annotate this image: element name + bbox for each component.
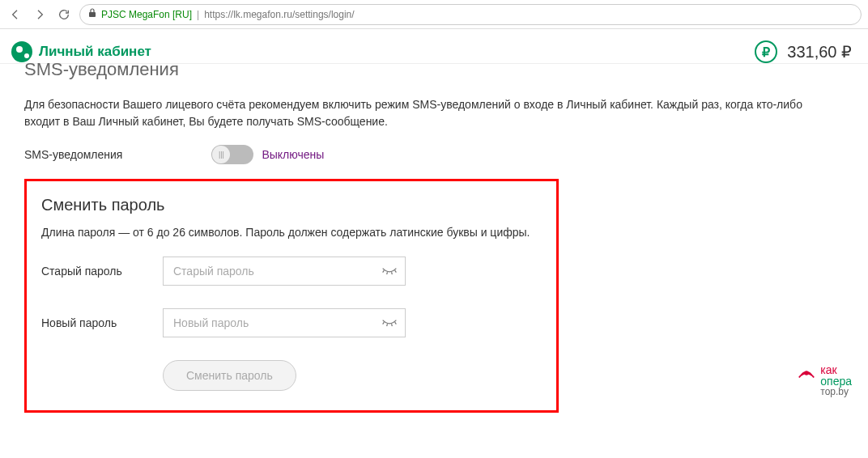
svg-line-3: [392, 272, 393, 274]
address-bar[interactable]: PJSC MegaFon [RU] | https://lk.megafon.r…: [79, 4, 862, 25]
svg-line-4: [395, 270, 397, 273]
svg-line-8: [395, 322, 397, 324]
main-content: SMS-уведомления Для безопасности Вашего …: [0, 63, 868, 429]
svg-line-5: [383, 322, 385, 324]
watermark-line1: как: [820, 364, 852, 375]
svg-rect-0: [89, 12, 96, 17]
old-password-label: Старый пароль: [41, 265, 163, 278]
browser-toolbar: PJSC MegaFon [RU] | https://lk.megafon.r…: [0, 0, 868, 29]
brand-title: Личный кабинет: [39, 44, 151, 60]
back-button[interactable]: [6, 6, 24, 23]
sms-description: Для безопасности Вашего лицевого счёта р…: [24, 96, 826, 130]
watermark-line3: тор.by: [820, 387, 852, 397]
forward-button[interactable]: [31, 6, 49, 23]
change-password-button[interactable]: Сменить пароль: [163, 360, 296, 391]
sms-toggle-row: SMS-уведомления ||| Выключены: [24, 145, 844, 164]
sms-toggle[interactable]: |||: [211, 145, 253, 164]
watermark-icon: [798, 364, 815, 384]
sms-toggle-status: Выключены: [262, 148, 324, 161]
change-password-section: Сменить пароль Длина пароля — от 6 до 26…: [24, 179, 559, 413]
toggle-visibility-icon[interactable]: [381, 265, 398, 278]
new-password-row: Новый пароль: [41, 308, 542, 337]
new-password-input[interactable]: [163, 308, 406, 337]
old-password-input[interactable]: [163, 257, 406, 286]
toggle-visibility-icon[interactable]: [381, 316, 398, 329]
password-description: Длина пароля — от 6 до 26 символов. Паро…: [41, 226, 542, 239]
svg-line-6: [387, 324, 388, 326]
svg-line-2: [387, 272, 388, 274]
old-password-row: Старый пароль: [41, 257, 542, 286]
sms-section-title: SMS-уведомления: [24, 59, 844, 80]
sms-toggle-label: SMS-уведомления: [24, 148, 122, 161]
lock-icon: [88, 8, 96, 20]
reload-button[interactable]: [55, 6, 73, 23]
svg-line-1: [383, 270, 385, 273]
separator: |: [197, 9, 199, 20]
url-text: https://lk.megafon.ru/settings/login/: [204, 9, 354, 20]
toggle-knob: |||: [212, 146, 230, 163]
watermark-line2: опера: [820, 375, 852, 387]
watermark: как опера тор.by: [798, 364, 852, 397]
cert-name: PJSC MegaFon [RU]: [101, 9, 192, 20]
new-password-label: Новый пароль: [41, 316, 163, 329]
password-section-title: Сменить пароль: [41, 196, 542, 214]
svg-line-7: [392, 324, 393, 326]
